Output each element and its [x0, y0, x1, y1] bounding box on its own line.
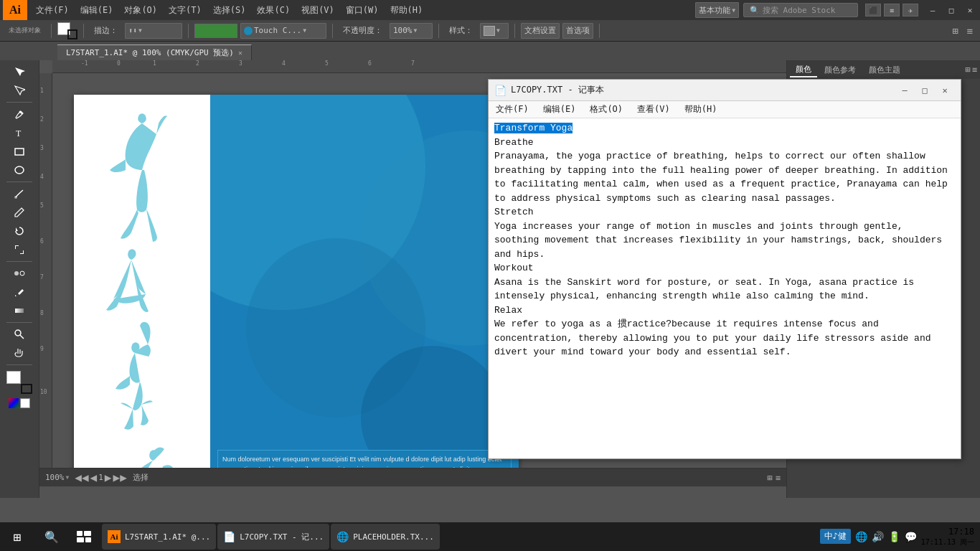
svg-point-0: [19, 111, 22, 113]
panel-expand-icon[interactable]: ⊞: [966, 65, 971, 75]
page-prev-icon[interactable]: ◀◀: [75, 471, 88, 484]
rotate-tool[interactable]: [4, 222, 35, 240]
panel-tab-color-theme[interactable]: 颜色主题: [863, 62, 906, 77]
svg-point-3: [15, 166, 24, 174]
paintbrush-tool[interactable]: [4, 185, 35, 202]
ai-icon-btn-3[interactable]: ✈: [903, 4, 918, 17]
svg-rect-10: [84, 531, 91, 536]
ai-minimize-button[interactable]: —: [925, 4, 940, 17]
menu-object[interactable]: 对象(O): [118, 0, 163, 20]
opacity-dropdown-arrow: ▼: [414, 27, 418, 34]
zoom-control[interactable]: 100% ▼: [45, 473, 69, 482]
start-button[interactable]: ⊞: [0, 522, 34, 551]
blend-tool[interactable]: [4, 265, 35, 282]
panel-tab-color[interactable]: 颜色: [790, 62, 817, 77]
touch-dropdown[interactable]: Touch C... ▼: [240, 23, 326, 39]
notepad-title: L7COPY.TXT - 记事本: [511, 84, 895, 96]
style-dropdown-arrow: ▼: [496, 27, 500, 34]
stroke-box: [67, 29, 77, 39]
menu-window[interactable]: 窗口(W): [340, 0, 385, 20]
color-swatch: [194, 24, 237, 38]
ellipse-tool[interactable]: [4, 161, 35, 179]
selection-tool[interactable]: [4, 63, 35, 80]
volume-icon[interactable]: 🔊: [872, 531, 884, 542]
notification-icon[interactable]: 💬: [905, 531, 917, 542]
task-view-button[interactable]: [69, 522, 99, 551]
notepad-body-text: Breathe Pranayama, the yoga practice of …: [494, 137, 948, 358]
zoom-tool[interactable]: [4, 326, 35, 343]
taskbar: ⊞ 🔍 Ai L7START_1.AI* @... 📄 L7COPY.TXT -…: [0, 522, 980, 551]
notepad-menu-view[interactable]: 查看(V): [630, 101, 677, 118]
page-prev-step-icon[interactable]: ◀: [90, 471, 98, 484]
notepad-content[interactable]: Transform Yoga Breathe Pranayama, the yo…: [489, 118, 961, 458]
taskbar-search-button[interactable]: 🔍: [34, 522, 69, 551]
menu-file[interactable]: 文件(F): [30, 0, 75, 20]
none-mode-btn[interactable]: [20, 398, 30, 408]
ime-indicator[interactable]: 中♪健: [820, 529, 851, 544]
menu-effect[interactable]: 效果(C): [251, 0, 296, 20]
page-next-icon[interactable]: ▶▶: [113, 471, 127, 484]
status-icon-2[interactable]: ≡: [776, 473, 781, 483]
style-dropdown[interactable]: ▼: [480, 23, 509, 39]
notepad-maximize-button[interactable]: □: [915, 82, 935, 99]
taskbar-clock[interactable]: 17:18 17:11.13 周一: [921, 526, 974, 548]
ai-icon-btn-1[interactable]: ⬛: [865, 4, 881, 17]
basic-function-dropdown[interactable]: 基本功能 ▼: [695, 2, 739, 18]
fill-stroke-selector[interactable]: [6, 371, 32, 394]
color-mode-btns: [9, 398, 30, 408]
notepad-menu-edit[interactable]: 编辑(E): [536, 101, 583, 118]
search-icon: 🔍: [750, 6, 760, 15]
menu-edit[interactable]: 编辑(E): [75, 0, 119, 20]
taskbar-app-illustrator[interactable]: Ai L7START_1.AI* @...: [102, 524, 216, 550]
taskbar-app-items: Ai L7START_1.AI* @... 📄 L7COPY.TXT - 记..…: [99, 524, 814, 550]
stroke-dropdown[interactable]: ⬆⬇ ▼: [125, 23, 182, 39]
eyedropper-tool[interactable]: [4, 283, 35, 301]
menu-select[interactable]: 选择(S): [207, 0, 252, 20]
ai-close-button[interactable]: ✕: [963, 4, 977, 17]
taskbar-app-notepad-l7copy[interactable]: 📄 L7COPY.TXT - 记...: [217, 524, 329, 550]
arrange-icon[interactable]: ⊞: [949, 25, 961, 37]
hand-tool[interactable]: [4, 344, 35, 362]
panel-menu-icon[interactable]: ≡: [972, 65, 977, 75]
panel-tab-color-ref[interactable]: 颜色参考: [819, 62, 862, 77]
direct-selection-tool[interactable]: [4, 82, 35, 99]
notepad-close-button[interactable]: ✕: [935, 82, 955, 99]
battery-icon[interactable]: 🔋: [888, 531, 900, 542]
ai-document-tabs: L7START_1.AI* @ 100% (CMYK/GPU 预选) ✕: [0, 42, 980, 60]
preferences-button[interactable]: 首选项: [562, 23, 593, 39]
active-document-tab[interactable]: L7START_1.AI* @ 100% (CMYK/GPU 预选) ✕: [57, 44, 252, 60]
pencil-tool[interactable]: [4, 204, 35, 221]
rectangle-tool[interactable]: [4, 143, 35, 160]
scale-tool[interactable]: [4, 241, 35, 258]
notepad-minimize-button[interactable]: —: [895, 82, 915, 99]
color-mode-btn[interactable]: [9, 398, 19, 408]
ai-search-box[interactable]: 🔍 搜索 Adobe Stock: [743, 3, 858, 17]
network-icon[interactable]: 🌐: [855, 531, 867, 542]
status-icon-1[interactable]: ⊞: [768, 473, 773, 483]
ai-toolbar: 未选择对象 描边： ⬆⬇ ▼ Touch C... ▼ 不透明度： 100% ▼: [0, 20, 980, 42]
menu-text[interactable]: 文字(T): [163, 0, 207, 20]
stroke-dropdown-arrow: ▼: [138, 27, 142, 34]
page-nav[interactable]: ◀◀ ◀ 1 ▶ ▶▶: [75, 471, 126, 484]
doc-settings-button[interactable]: 文档设置: [521, 23, 560, 39]
svg-rect-11: [77, 537, 84, 542]
tab-close-icon[interactable]: ✕: [238, 49, 242, 57]
ai-toolbar-menu-icon[interactable]: ≡: [964, 25, 976, 37]
touch-dropdown-arrow: ▼: [303, 27, 306, 34]
ai-icon-btn-2[interactable]: ≡: [884, 4, 900, 17]
gradient-tool[interactable]: [4, 302, 35, 319]
page-next-step-icon[interactable]: ▶: [105, 471, 112, 484]
fill-stroke-indicator[interactable]: [57, 22, 77, 39]
ai-maximize-button[interactable]: □: [944, 4, 958, 17]
menu-view[interactable]: 视图(V): [296, 0, 340, 20]
notepad-menu-format[interactable]: 格式(O): [583, 101, 630, 118]
taskbar-app-notepad-placeholder[interactable]: 🌐 PLACEHOLDER.TX...: [331, 524, 440, 550]
svg-rect-7: [15, 309, 24, 313]
text-tool[interactable]: T: [4, 124, 35, 141]
opacity-dropdown[interactable]: 100% ▼: [390, 23, 433, 39]
notepad-menu-file[interactable]: 文件(F): [489, 101, 536, 118]
menu-help[interactable]: 帮助(H): [385, 0, 429, 20]
stroke-color-box: [21, 384, 32, 394]
pen-tool[interactable]: [4, 105, 35, 123]
notepad-menu-help[interactable]: 帮助(H): [677, 101, 725, 118]
